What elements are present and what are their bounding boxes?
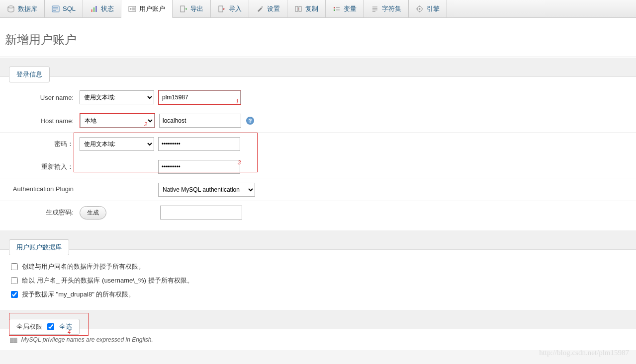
tab-label: 用户账户 xyxy=(139,4,165,13)
annotation-4: 4 xyxy=(68,329,71,335)
svg-rect-7 xyxy=(181,6,184,12)
database-icon xyxy=(7,5,15,13)
tab-label: 状态 xyxy=(101,4,114,13)
svg-rect-4 xyxy=(95,6,97,12)
check-label: 给以 用户名_ 开头的数据库 (username\_%) 授予所有权限。 xyxy=(22,276,193,285)
svg-rect-11 xyxy=(299,6,301,11)
row-retype: 重新输入： xyxy=(0,155,636,178)
input-username[interactable] xyxy=(159,90,241,104)
svg-point-6 xyxy=(130,8,132,9)
tab-label: 字符集 xyxy=(382,4,401,13)
tab-label: 导出 xyxy=(190,4,203,13)
annotation-1: 1 xyxy=(236,98,239,104)
sql-icon xyxy=(52,5,60,13)
tab-export[interactable]: 导出 xyxy=(173,0,211,17)
tab-label: SQL xyxy=(63,5,76,12)
select-username-mode[interactable]: 使用文本域: xyxy=(80,90,154,104)
replication-icon xyxy=(294,5,302,13)
tab-label: 复制 xyxy=(305,4,318,13)
svg-point-15 xyxy=(419,8,421,9)
checkbox-create-db[interactable] xyxy=(11,263,18,270)
label-password: 密码： xyxy=(10,140,80,148)
login-fieldset: 登录信息 User name: 使用文本域: 1 Host name: 本地 2 xyxy=(0,57,636,230)
tab-replication[interactable]: 复制 xyxy=(287,0,326,17)
tab-label: 变量 xyxy=(344,4,357,13)
label-hostname: Host name: xyxy=(10,117,80,125)
label-authplugin: Authentication Plugin xyxy=(10,185,80,194)
svg-rect-2 xyxy=(91,9,92,12)
global-priv-label: 全局权限 xyxy=(16,322,42,331)
row-authplugin: Authentication Plugin Native MySQL authe… xyxy=(0,178,636,201)
check-row-wildcard: 给以 用户名_ 开头的数据库 (username\_%) 授予所有权限。 xyxy=(11,274,625,288)
variables-icon xyxy=(333,5,341,13)
status-icon xyxy=(90,5,98,13)
check-row-create-db: 创建与用户同名的数据库并授予所有权限。 xyxy=(11,260,625,274)
tab-label: 引擎 xyxy=(427,4,440,13)
tab-label: 数据库 xyxy=(18,4,37,13)
input-genpass[interactable] xyxy=(160,206,242,219)
row-username: User name: 使用文本域: 1 xyxy=(0,86,636,109)
check-label: 授予数据库 "my_drupal8" 的所有权限。 xyxy=(22,290,135,299)
tab-charsets[interactable]: 字符集 xyxy=(364,0,409,17)
checkbox-specific-db[interactable] xyxy=(11,291,18,298)
tab-users[interactable]: 用户账户 xyxy=(121,0,173,18)
svg-point-9 xyxy=(262,6,263,7)
global-priv-fieldset: 全局权限 全选 4 ▓▓ MySQL privilege names are e… xyxy=(0,309,636,350)
tab-settings[interactable]: 设置 xyxy=(249,0,287,17)
tab-engines[interactable]: 引擎 xyxy=(409,0,447,17)
checkbox-select-all[interactable] xyxy=(47,323,54,330)
input-hostname[interactable] xyxy=(159,114,241,128)
select-authplugin[interactable]: Native MySQL authentication xyxy=(158,183,255,197)
checkbox-wildcard[interactable] xyxy=(11,277,18,284)
charset-icon xyxy=(371,5,379,13)
settings-icon xyxy=(256,5,264,13)
row-hostname: Host name: 本地 2 ? xyxy=(0,109,636,133)
check-label: 创建与用户同名的数据库并授予所有权限。 xyxy=(22,262,145,271)
tab-database[interactable]: 数据库 xyxy=(0,0,45,17)
page-title: 新增用户账户 xyxy=(0,18,636,57)
label-username: User name: xyxy=(10,94,80,101)
svg-rect-8 xyxy=(219,6,223,12)
row-password: 密码： 使用文本域: 3 xyxy=(0,133,636,155)
svg-rect-3 xyxy=(93,7,95,12)
tab-status[interactable]: 状态 xyxy=(83,0,121,17)
input-retype[interactable] xyxy=(158,160,240,174)
privileges-note: MySQL privilege names are expressed in E… xyxy=(21,336,153,343)
svg-rect-12 xyxy=(334,7,335,8)
tab-sql[interactable]: SQL xyxy=(45,0,83,17)
userdb-legend: 用户账户数据库 xyxy=(9,239,69,255)
label-retype: 重新输入： xyxy=(10,162,80,171)
generate-button[interactable]: 生成 xyxy=(80,206,106,219)
svg-rect-10 xyxy=(295,6,298,11)
note-icon: ▓▓ xyxy=(10,337,17,343)
tab-label: 设置 xyxy=(267,4,280,13)
annotation-2: 2 xyxy=(144,121,147,127)
input-password[interactable] xyxy=(158,137,240,151)
svg-point-0 xyxy=(8,5,14,7)
import-icon xyxy=(218,5,226,13)
engine-icon xyxy=(416,5,424,13)
top-tabs: 数据库 SQL 状态 用户账户 导出 导入 设置 xyxy=(0,0,636,18)
svg-rect-13 xyxy=(334,9,335,11)
tab-variables[interactable]: 变量 xyxy=(326,0,364,17)
annotation-3: 3 xyxy=(238,159,241,165)
tab-label: 导入 xyxy=(229,4,242,13)
select-host-mode[interactable]: 本地 xyxy=(80,114,155,128)
watermark: http://blog.csdn.net/plm15987 xyxy=(539,349,629,350)
row-generate: 生成密码: 生成 xyxy=(0,201,636,224)
check-row-specific-db: 授予数据库 "my_drupal8" 的所有权限。 xyxy=(11,288,625,301)
tab-import[interactable]: 导入 xyxy=(211,0,249,17)
login-legend: 登录信息 xyxy=(9,67,50,82)
export-icon xyxy=(180,5,187,13)
userdb-fieldset: 用户账户数据库 创建与用户同名的数据库并授予所有权限。 给以 用户名_ 开头的数… xyxy=(0,230,636,309)
user-icon xyxy=(128,5,136,13)
label-genpass: 生成密码: xyxy=(10,208,80,217)
help-icon[interactable]: ? xyxy=(246,117,254,125)
select-password-mode[interactable]: 使用文本域: xyxy=(80,137,154,151)
